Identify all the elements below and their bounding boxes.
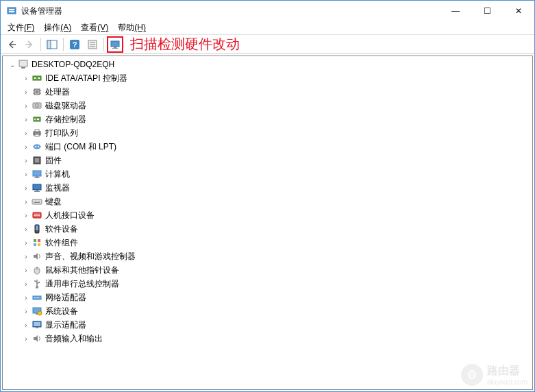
svg-rect-71	[37, 297, 38, 298]
collapse-arrow-icon[interactable]: ›	[21, 114, 32, 125]
tree-item[interactable]: ›显示适配器	[4, 318, 531, 332]
toolbar: ? 扫描检测硬件改动	[1, 35, 534, 54]
device-tree-panel[interactable]: ⌄ DESKTOP-QDQ2EQH ›IDE ATA/ATAPI 控制器›处理器…	[2, 56, 533, 390]
cpu-icon	[32, 86, 42, 97]
audio-icon	[32, 333, 42, 344]
collapse-arrow-icon[interactable]: ›	[21, 319, 32, 330]
svg-rect-41	[34, 177, 40, 178]
collapse-arrow-icon[interactable]: ›	[21, 86, 32, 97]
tree-item-label: 计算机	[45, 169, 70, 180]
collapse-arrow-icon[interactable]: ›	[21, 210, 32, 221]
svg-rect-70	[36, 297, 36, 298]
svg-rect-32	[35, 130, 39, 132]
svg-rect-50	[39, 201, 40, 201]
component-icon	[32, 237, 42, 248]
tree-item[interactable]: ›打印队列	[4, 126, 531, 140]
window-title: 设备管理器	[21, 5, 440, 17]
tree-root-computer[interactable]: ⌄ DESKTOP-QDQ2EQH	[4, 58, 531, 71]
network-icon	[32, 292, 42, 303]
menu-file[interactable]: 文件(F)	[3, 21, 38, 35]
menu-bar: 文件(F) 操作(A) 查看(V) 帮助(H)	[1, 21, 534, 35]
collapse-arrow-icon[interactable]: ›	[21, 278, 32, 289]
svg-rect-18	[38, 77, 40, 79]
svg-point-53	[34, 215, 36, 216]
annotation-label: 扫描检测硬件改动	[130, 35, 240, 53]
collapse-arrow-icon[interactable]: ›	[21, 237, 32, 248]
collapse-arrow-icon[interactable]: ›	[21, 306, 32, 317]
minimize-button[interactable]: —	[440, 1, 471, 21]
svg-point-34	[34, 145, 40, 149]
tree-item[interactable]: ›鼠标和其他指针设备	[4, 263, 531, 277]
firmware-icon	[32, 155, 42, 166]
tree-item[interactable]: ›通用串行总线控制器	[4, 277, 531, 291]
menu-action[interactable]: 操作(A)	[40, 21, 75, 35]
keyboard-icon	[32, 196, 42, 207]
scan-hardware-button[interactable]	[107, 36, 123, 53]
monitor-icon	[32, 182, 42, 193]
tree-item[interactable]: ›固件	[4, 154, 531, 167]
svg-rect-39	[33, 171, 41, 176]
tree-item[interactable]: ›监视器	[4, 181, 531, 195]
tree-item[interactable]: ›人机接口设备	[4, 208, 531, 222]
tree-item-label: 固件	[45, 155, 62, 167]
svg-rect-15	[21, 67, 25, 69]
tree-item[interactable]: ›计算机	[4, 167, 531, 181]
toolbar-separator	[63, 38, 64, 51]
help-button[interactable]: ?	[66, 36, 83, 53]
collapse-arrow-icon[interactable]: ›	[21, 265, 32, 275]
svg-rect-47	[35, 201, 36, 201]
tree-item[interactable]: ›软件设备	[4, 222, 531, 236]
tree-item-label: IDE ATA/ATAPI 控制器	[45, 73, 127, 84]
collapse-arrow-icon[interactable]: ›	[21, 251, 32, 262]
tree-item[interactable]: ›端口 (COM 和 LPT)	[4, 140, 531, 154]
svg-text:?: ?	[73, 40, 77, 49]
tree-item[interactable]: ›处理器	[4, 85, 531, 99]
mouse-icon	[32, 265, 42, 275]
tree-item-label: 人机接口设备	[45, 210, 95, 221]
collapse-arrow-icon[interactable]: ›	[21, 155, 32, 166]
toolbar-separator	[40, 38, 41, 51]
collapse-arrow-icon[interactable]: ›	[21, 292, 32, 303]
tree-item[interactable]: ›软件组件	[4, 236, 531, 249]
collapse-arrow-icon[interactable]: ›	[21, 182, 32, 193]
svg-rect-48	[36, 201, 37, 201]
tree-item[interactable]: ›磁盘驱动器	[4, 99, 531, 112]
tree-item[interactable]: ›键盘	[4, 195, 531, 208]
collapse-arrow-icon[interactable]: ›	[21, 169, 32, 180]
expand-arrow-icon[interactable]: ⌄	[7, 59, 18, 70]
collapse-arrow-icon[interactable]: ›	[21, 196, 32, 207]
collapse-arrow-icon[interactable]: ›	[21, 100, 32, 111]
svg-rect-72	[38, 297, 39, 298]
svg-rect-46	[34, 201, 34, 201]
show-hide-console-button[interactable]	[44, 36, 60, 53]
collapse-arrow-icon[interactable]: ›	[21, 223, 32, 234]
svg-rect-58	[34, 239, 36, 242]
collapse-arrow-icon[interactable]: ›	[21, 141, 32, 152]
properties-button[interactable]	[84, 36, 101, 53]
tree-item-label: 声音、视频和游戏控制器	[45, 251, 136, 262]
menu-help[interactable]: 帮助(H)	[114, 21, 150, 35]
tree-item[interactable]: ›IDE ATA/ATAPI 控制器	[4, 71, 531, 85]
collapse-arrow-icon[interactable]: ›	[21, 333, 32, 344]
close-button[interactable]: ✕	[503, 1, 534, 21]
storage-icon	[32, 114, 42, 125]
tree-item-label: 网络适配器	[45, 292, 86, 304]
tree-item[interactable]: ›音频输入和输出	[4, 332, 531, 345]
tree-item[interactable]: ›系统设备	[4, 304, 531, 318]
tree-item[interactable]: ›声音、视频和游戏控制器	[4, 249, 531, 263]
tree-item[interactable]: ›存储控制器	[4, 112, 531, 126]
tree-item[interactable]: ›网络适配器	[4, 291, 531, 304]
collapse-arrow-icon[interactable]: ›	[21, 73, 32, 84]
forward-button[interactable]	[21, 36, 38, 53]
maximize-button[interactable]: ☐	[471, 1, 503, 21]
usb-icon	[32, 278, 42, 289]
svg-rect-0	[8, 8, 16, 14]
disk-icon	[32, 100, 42, 111]
tree-item-label: 存储控制器	[45, 114, 86, 125]
svg-rect-45	[32, 199, 42, 204]
toolbar-separator	[103, 38, 104, 51]
svg-rect-30	[37, 119, 39, 120]
collapse-arrow-icon[interactable]: ›	[21, 127, 32, 138]
back-button[interactable]	[3, 36, 20, 53]
menu-view[interactable]: 查看(V)	[77, 21, 112, 35]
